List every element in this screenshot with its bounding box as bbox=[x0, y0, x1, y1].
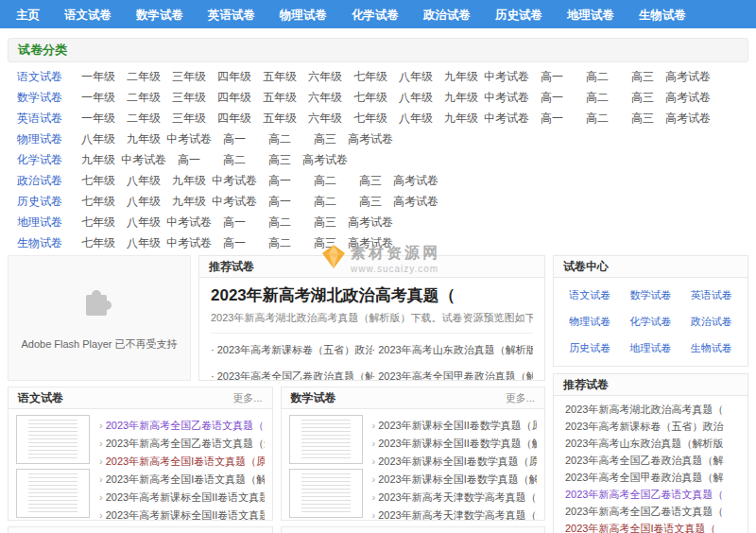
category-grade-link[interactable]: 中考试卷 bbox=[166, 232, 212, 253]
category-label-link[interactable]: 化学试卷 bbox=[17, 149, 76, 170]
category-grade-link[interactable]: 九年级 bbox=[438, 108, 484, 129]
category-grade-link[interactable]: 高三 bbox=[620, 66, 665, 87]
paper-center-link[interactable]: 物理试卷 bbox=[559, 315, 620, 329]
document-thumbnail[interactable] bbox=[16, 469, 90, 518]
nav-item[interactable]: 政治试卷 bbox=[411, 1, 483, 29]
category-grade-link[interactable]: 高二 bbox=[257, 129, 302, 149]
category-grade-link[interactable]: 七年级 bbox=[76, 212, 121, 232]
category-grade-link[interactable]: 九年级 bbox=[121, 129, 166, 149]
category-grade-link[interactable]: 四年级 bbox=[212, 66, 257, 87]
featured-summary[interactable]: 2023年新高考湖北政治高考真题（解析版）下载。试卷资源预览图如下：...[查看… bbox=[211, 311, 533, 334]
paper-link[interactable]: 2023年高考新课标卷（五省）政治 bbox=[565, 418, 736, 435]
paper-center-link[interactable]: 地理试卷 bbox=[620, 341, 680, 355]
category-grade-link[interactable]: 六年级 bbox=[302, 108, 348, 129]
paper-link[interactable]: 2023年高考全国甲卷政治真题（解 bbox=[565, 469, 736, 486]
paper-center-link[interactable]: 英语试卷 bbox=[681, 288, 742, 302]
category-grade-link[interactable]: 高二 bbox=[257, 232, 302, 253]
category-grade-link[interactable]: 二年级 bbox=[121, 66, 166, 87]
category-grade-link[interactable]: 八年级 bbox=[393, 87, 438, 108]
nav-item[interactable]: 历史试卷 bbox=[483, 1, 555, 29]
category-grade-link[interactable]: 中考试卷 bbox=[212, 191, 257, 212]
category-grade-link[interactable]: 高一 bbox=[212, 129, 257, 149]
category-grade-link[interactable]: 高一 bbox=[529, 87, 575, 108]
category-grade-link[interactable]: 高三 bbox=[348, 170, 393, 191]
category-grade-link[interactable]: 八年级 bbox=[121, 191, 166, 212]
category-grade-link[interactable]: 高二 bbox=[302, 191, 348, 212]
category-grade-link[interactable]: 一年级 bbox=[76, 66, 121, 87]
featured-item-link[interactable]: 2023年高考全国甲卷政治真题（解 bbox=[372, 370, 534, 381]
paper-link[interactable]: 2023年新课标全国II卷数学真题（解析版） bbox=[372, 435, 538, 453]
category-grade-link[interactable]: 八年级 bbox=[121, 170, 166, 191]
category-grade-link[interactable]: 九年级 bbox=[438, 66, 484, 87]
category-grade-link[interactable]: 高考试卷 bbox=[665, 87, 711, 108]
category-label-link[interactable]: 生物试卷 bbox=[17, 232, 76, 253]
category-label-link[interactable]: 物理试卷 bbox=[17, 129, 76, 149]
category-label-link[interactable]: 历史试卷 bbox=[17, 191, 76, 212]
category-grade-link[interactable]: 中考试卷 bbox=[166, 212, 212, 232]
paper-link[interactable]: 2023年新课标全国I卷数学真题（解析版） bbox=[372, 471, 538, 489]
category-grade-link[interactable]: 六年级 bbox=[302, 87, 348, 108]
category-grade-link[interactable]: 高考试卷 bbox=[302, 149, 348, 170]
category-grade-link[interactable]: 五年级 bbox=[257, 108, 302, 129]
category-grade-link[interactable]: 七年级 bbox=[348, 87, 393, 108]
category-grade-link[interactable]: 五年级 bbox=[257, 66, 302, 87]
nav-item[interactable]: 主页 bbox=[4, 1, 52, 29]
category-grade-link[interactable]: 高二 bbox=[302, 170, 348, 191]
category-grade-link[interactable]: 中考试卷 bbox=[166, 129, 212, 149]
category-grade-link[interactable]: 中考试卷 bbox=[484, 87, 529, 108]
category-grade-link[interactable]: 四年级 bbox=[212, 108, 257, 129]
category-grade-link[interactable]: 一年级 bbox=[76, 108, 121, 129]
paper-center-link[interactable]: 历史试卷 bbox=[559, 341, 620, 355]
featured-headline-link[interactable]: 2023年新高考湖北政治高考真题（ bbox=[211, 284, 533, 306]
nav-item[interactable]: 数学试卷 bbox=[124, 1, 196, 29]
category-grade-link[interactable]: 高二 bbox=[575, 87, 620, 108]
category-grade-link[interactable]: 八年级 bbox=[393, 108, 438, 129]
nav-item[interactable]: 英语试卷 bbox=[196, 1, 267, 29]
category-grade-link[interactable]: 高三 bbox=[302, 129, 348, 149]
paper-link[interactable]: 2023年高考新课标全国II卷语文真题（解析版） bbox=[99, 507, 265, 521]
featured-item-link[interactable]: 2023年高考新课标卷（五省）政治 bbox=[211, 343, 372, 357]
category-grade-link[interactable]: 高考试卷 bbox=[393, 170, 438, 191]
category-grade-link[interactable]: 高一 bbox=[212, 212, 257, 232]
category-grade-link[interactable]: 七年级 bbox=[76, 191, 121, 212]
document-thumbnail[interactable] bbox=[289, 415, 363, 464]
paper-link[interactable]: 2023年新高考全国乙卷语文真题（ bbox=[565, 486, 736, 503]
paper-center-link[interactable]: 生物试卷 bbox=[681, 341, 742, 355]
category-grade-link[interactable]: 高一 bbox=[257, 170, 302, 191]
category-grade-link[interactable]: 八年级 bbox=[121, 212, 166, 232]
paper-center-link[interactable]: 政治试卷 bbox=[681, 315, 742, 329]
category-label-link[interactable]: 英语试卷 bbox=[17, 108, 76, 129]
paper-link[interactable]: 2023年新课标全国I卷数学真题（原卷版） bbox=[372, 453, 538, 471]
category-label-link[interactable]: 政治试卷 bbox=[17, 170, 76, 191]
paper-link[interactable]: 2023年新高考全国I卷语文真题（原卷版） bbox=[99, 453, 265, 471]
category-grade-link[interactable]: 中考试卷 bbox=[121, 149, 166, 170]
paper-link[interactable]: 2023年新高考全国乙卷语文真题（原卷版） bbox=[99, 417, 265, 435]
category-grade-link[interactable]: 三年级 bbox=[166, 66, 212, 87]
category-grade-link[interactable]: 二年级 bbox=[121, 87, 166, 108]
category-grade-link[interactable]: 八年级 bbox=[121, 232, 166, 253]
category-grade-link[interactable]: 九年级 bbox=[438, 87, 484, 108]
category-label-link[interactable]: 地理试卷 bbox=[17, 212, 76, 232]
category-grade-link[interactable]: 高二 bbox=[257, 212, 302, 232]
category-grade-link[interactable]: 七年级 bbox=[76, 232, 121, 253]
category-grade-link[interactable]: 高三 bbox=[620, 108, 665, 129]
paper-link[interactable]: 2023年高考新课标全国II卷语文真题（原卷版） bbox=[99, 489, 265, 507]
category-grade-link[interactable]: 三年级 bbox=[166, 87, 212, 108]
math-more-link[interactable]: 更多... bbox=[506, 387, 535, 408]
paper-center-link[interactable]: 化学试卷 bbox=[620, 315, 680, 329]
category-grade-link[interactable]: 高一 bbox=[257, 191, 302, 212]
paper-link[interactable]: 2023年高考山东政治真题（解析版 bbox=[565, 435, 736, 452]
category-grade-link[interactable]: 高一 bbox=[212, 232, 257, 253]
document-thumbnail[interactable] bbox=[16, 415, 90, 464]
nav-item[interactable]: 生物试卷 bbox=[627, 1, 698, 29]
paper-link[interactable]: 2023年新高考全国乙卷语文真题（ bbox=[565, 503, 736, 520]
category-grade-link[interactable]: 二年级 bbox=[121, 108, 166, 129]
paper-link[interactable]: 2023年新高考天津数学高考真题（原卷版） bbox=[372, 489, 538, 507]
category-grade-link[interactable]: 七年级 bbox=[348, 108, 393, 129]
paper-link[interactable]: 2023年高考全国乙卷政治真题（解 bbox=[565, 452, 736, 469]
nav-item[interactable]: 物理试卷 bbox=[267, 1, 339, 29]
category-grade-link[interactable]: 九年级 bbox=[166, 170, 212, 191]
category-grade-link[interactable]: 高考试卷 bbox=[665, 108, 711, 129]
document-thumbnail[interactable] bbox=[289, 469, 363, 518]
paper-link[interactable]: 2023年新课标全国II卷数学真题（原卷版） bbox=[372, 417, 538, 435]
